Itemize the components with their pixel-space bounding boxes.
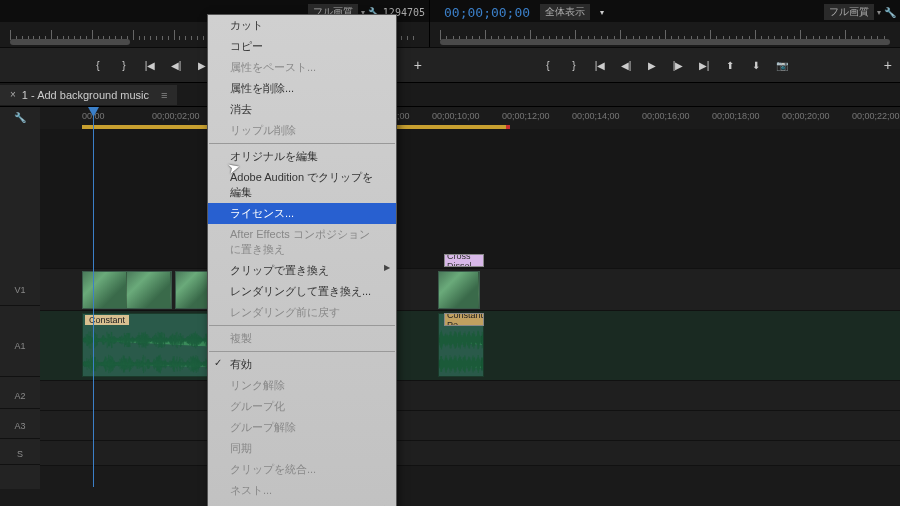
timeline-wrench-icon[interactable]: 🔧 [0,107,40,127]
menu-item: レンダリング前に戻す [208,302,396,323]
step-back-button[interactable]: ◀| [165,55,187,75]
menu-item[interactable]: クリップで置き換え [208,260,396,281]
playhead[interactable] [93,107,94,487]
menu-item: クリップを統合... [208,459,396,480]
menu-item: リンク解除 [208,375,396,396]
timeline-tick: 00;00;10;00 [432,111,480,121]
export-frame-button[interactable]: 📷 [771,55,793,75]
track-header-a3[interactable]: A3 [0,413,40,439]
track-header-v1[interactable]: V1 [0,274,40,306]
step-forward-button[interactable]: |▶ [667,55,689,75]
timeline-tick: 00;00;16;00 [642,111,690,121]
button-editor[interactable]: + [414,57,422,73]
timeline-tick: 00;00;18;00 [712,111,760,121]
wrench-icon[interactable]: 🔧 [884,7,896,18]
menu-item: リップル削除 [208,120,396,141]
play-button[interactable]: ▶ [641,55,663,75]
audio-clip-label: Constant [85,315,129,325]
menu-item: 複製 [208,328,396,349]
video-clip[interactable]: ers [438,271,480,309]
menu-item: グループ化 [208,396,396,417]
timeline-tick: 00;00;12;00 [502,111,550,121]
menu-item[interactable]: 消去 [208,99,396,120]
menu-item: 属性をペースト... [208,57,396,78]
fit-chevron-icon: ▾ [600,8,604,17]
program-ruler[interactable] [430,22,900,47]
program-monitor-panel: 00;00;00;00 全体表示 ▾ フル画質 ▾ 🔧 [430,0,900,22]
track-header-mix[interactable]: S [0,443,40,465]
go-to-out-button[interactable]: ▶| [693,55,715,75]
lift-button[interactable]: ⬆ [719,55,741,75]
track-a3[interactable] [40,411,900,441]
menu-separator [209,325,395,326]
track-mix[interactable] [40,441,900,466]
source-zoom-handle[interactable] [10,39,130,45]
quality-chevron-icon: ▾ [877,8,881,17]
go-to-in-button[interactable]: |◀ [589,55,611,75]
track-v2[interactable] [40,129,900,269]
sequence-tab[interactable]: × 1 - Add background music ≡ [0,85,177,105]
program-timecode[interactable]: 00;00;00;00 [444,5,530,20]
mark-in-button[interactable]: { [87,55,109,75]
track-a1[interactable]: ConstantConstant Po [40,311,900,381]
button-editor[interactable]: + [884,57,892,73]
menu-item[interactable]: Adobe Audition でクリップを編集 [208,167,396,203]
menu-item[interactable]: ライセンス... [208,203,396,224]
mark-in-button[interactable]: { [537,55,559,75]
video-clip[interactable]: POV Slow Motion GOPR [82,271,172,309]
menu-item[interactable]: 属性を削除... [208,78,396,99]
track-v1[interactable]: POV Slow Motion GOPRPOV Surfer on BersCr… [40,269,900,311]
track-a2[interactable] [40,381,900,411]
track-header-a1[interactable]: A1 [0,315,40,377]
go-to-in-button[interactable]: |◀ [139,55,161,75]
menu-item: 同期 [208,438,396,459]
program-zoom-handle[interactable] [440,39,890,45]
constant-power-transition[interactable]: Constant Po [444,313,484,326]
menu-item[interactable]: オリジナルを編集 [208,146,396,167]
timeline-tick: 00;00;02;00 [152,111,200,121]
menu-separator [209,143,395,144]
program-quality-dropdown[interactable]: フル画質 [824,4,874,20]
timeline-tick: 00;00;22;00 [852,111,900,121]
menu-item: マルチカメラ [208,501,396,506]
menu-item: グループ解除 [208,417,396,438]
sequence-menu-icon[interactable]: ≡ [161,89,167,101]
program-fit-dropdown[interactable]: 全体表示 [540,4,590,20]
mark-out-button[interactable]: } [113,55,135,75]
extract-button[interactable]: ⬇ [745,55,767,75]
menu-item: After Effects コンポジションに置き換え [208,224,396,260]
timeline-tick: 00;00;20;00 [782,111,830,121]
track-header-a2[interactable]: A2 [0,383,40,409]
sequence-close-button[interactable]: × [10,89,16,100]
menu-separator [209,351,395,352]
sequence-name: 1 - Add background music [22,89,149,101]
timeline-tick: 00;00;14;00 [572,111,620,121]
menu-item: ネスト... [208,480,396,501]
menu-item[interactable]: コピー [208,36,396,57]
mark-out-button[interactable]: } [563,55,585,75]
clip-context-menu: カットコピー属性をペースト...属性を削除...消去リップル削除オリジナルを編集… [207,14,397,506]
menu-item[interactable]: カット [208,15,396,36]
timeline-ruler[interactable]: 00;0000;00;02;0000;00;04;0000;00;06;0000… [40,107,900,129]
cross-dissolve-transition[interactable]: Cross Dissol [444,254,484,267]
step-back-button[interactable]: ◀| [615,55,637,75]
program-transport: { } |◀ ◀| ▶ |▶ ▶| ⬆ ⬇ 📷 + [430,48,900,82]
menu-item[interactable]: レンダリングして置き換え... [208,281,396,302]
menu-item[interactable]: 有効 [208,354,396,375]
